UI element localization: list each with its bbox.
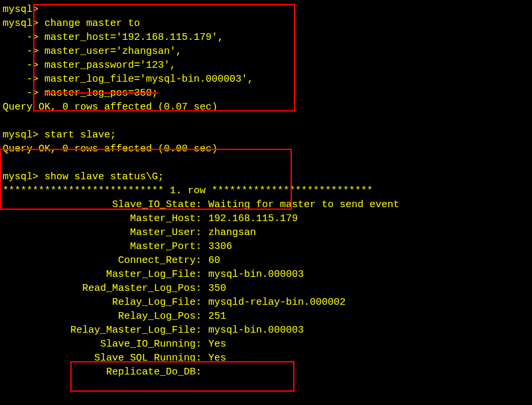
status-key: Relay_Log_Pos: bbox=[3, 309, 202, 323]
continuation-arrow: -> bbox=[3, 60, 38, 71]
mysql-prompt: mysql> bbox=[3, 171, 38, 183]
terminal-line: mysql> bbox=[3, 3, 529, 17]
terminal-line: -> master_password='123', bbox=[3, 58, 529, 72]
command-text: master_password='123', bbox=[44, 60, 176, 71]
status-value: zhangsan bbox=[202, 226, 256, 240]
status-value: mysqld-relay-bin.000002 bbox=[202, 295, 346, 309]
status-row: Relay_Log_File:mysqld-relay-bin.000002 bbox=[3, 295, 529, 309]
status-row: Master_Log_File:mysql-bin.000003 bbox=[3, 268, 529, 282]
status-row: Slave_IO_Running:Yes bbox=[3, 337, 529, 351]
status-key: Slave_IO_State: bbox=[3, 198, 202, 212]
status-row: Master_Host:192.168.115.179 bbox=[3, 212, 529, 226]
status-value: Yes bbox=[202, 337, 226, 351]
status-row: Master_Port:3306 bbox=[3, 240, 529, 254]
command-text: master_host='192.168.115.179', bbox=[44, 32, 224, 43]
status-row: Slave_IO_State:Waiting for master to sen… bbox=[3, 198, 529, 212]
status-key: Connect_Retry: bbox=[3, 254, 202, 268]
terminal-line: Query OK, 0 rows affected (0.00 sec) bbox=[3, 142, 529, 156]
status-value: 3306 bbox=[202, 240, 232, 254]
terminal-line bbox=[3, 156, 529, 170]
terminal-line: -> master_user='zhangsan', bbox=[3, 44, 529, 58]
command-text: master_user='zhangsan', bbox=[44, 46, 182, 57]
status-row: Replicate_Do_DB: bbox=[3, 365, 529, 379]
status-key: Read_Master_Log_Pos: bbox=[3, 282, 202, 295]
status-key: Relay_Log_File: bbox=[3, 295, 202, 309]
mysql-prompt: mysql> bbox=[3, 4, 38, 15]
command-text: start slave; bbox=[44, 129, 116, 141]
status-key: Replicate_Do_DB: bbox=[3, 365, 202, 379]
status-value bbox=[202, 365, 208, 379]
terminal-line: -> master_host='192.168.115.179', bbox=[3, 31, 529, 44]
status-value: 251 bbox=[202, 309, 226, 323]
terminal-line: -> master_log_file='mysql-bin.000003', bbox=[3, 72, 529, 86]
status-value: 60 bbox=[202, 254, 220, 268]
terminal-line: *************************** 1. row *****… bbox=[3, 184, 529, 198]
status-row: Read_Master_Log_Pos:350 bbox=[3, 282, 529, 295]
status-value: 350 bbox=[202, 282, 226, 295]
mysql-prompt: mysql> bbox=[3, 18, 38, 29]
continuation-arrow: -> bbox=[3, 32, 38, 43]
status-value: Waiting for master to send event bbox=[202, 198, 399, 212]
status-key: Relay_Master_Log_File: bbox=[3, 323, 202, 337]
status-value: mysql-bin.000003 bbox=[202, 323, 304, 337]
terminal-line: mysql> start slave; bbox=[3, 128, 529, 142]
status-key: Master_Log_File: bbox=[3, 268, 202, 282]
status-row: Master_User:zhangsan bbox=[3, 226, 529, 240]
status-row: Relay_Log_Pos:251 bbox=[3, 309, 529, 323]
terminal-line bbox=[3, 114, 529, 128]
mysql-prompt: mysql> bbox=[3, 129, 38, 141]
command-text: change master to bbox=[44, 18, 140, 29]
command-text: master_log_file='mysql-bin.000003', bbox=[44, 74, 253, 85]
command-text-strikethrough: master_log_pos=350; bbox=[44, 88, 158, 99]
continuation-arrow: -> bbox=[3, 46, 38, 57]
status-key: Master_User: bbox=[3, 226, 202, 240]
status-value: 192.168.115.179 bbox=[202, 212, 298, 226]
continuation-arrow: -> bbox=[3, 88, 38, 99]
status-row: Slave_SQL_Running:Yes bbox=[3, 351, 529, 365]
terminal-line: Query OK, 0 rows affected (0.07 sec) bbox=[3, 100, 529, 114]
status-value: mysql-bin.000003 bbox=[202, 268, 304, 282]
row-separator: *************************** 1. row *****… bbox=[3, 185, 373, 197]
terminal-line: mysql> show slave status\G; bbox=[3, 170, 529, 184]
status-key: Master_Host: bbox=[3, 212, 202, 226]
command-text: show slave status\G; bbox=[44, 171, 164, 183]
continuation-arrow: -> bbox=[3, 74, 38, 85]
terminal-line: -> master_log_pos=350; bbox=[3, 86, 529, 100]
status-row: Relay_Master_Log_File:mysql-bin.000003 bbox=[3, 323, 529, 337]
status-key: Slave_SQL_Running: bbox=[3, 351, 202, 365]
status-row: Connect_Retry:60 bbox=[3, 254, 529, 268]
status-key: Slave_IO_Running: bbox=[3, 337, 202, 351]
terminal-line: mysql> change master to bbox=[3, 17, 529, 31]
result-text: Query OK, 0 rows affected (0.07 sec) bbox=[3, 102, 218, 113]
status-key: Master_Port: bbox=[3, 240, 202, 254]
status-value: Yes bbox=[202, 351, 226, 365]
result-text: Query OK, 0 rows affected (0.00 sec) bbox=[3, 143, 218, 155]
